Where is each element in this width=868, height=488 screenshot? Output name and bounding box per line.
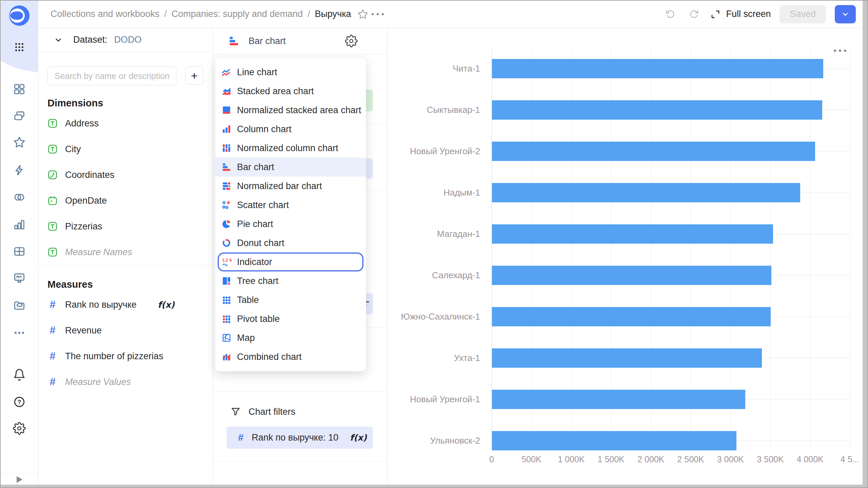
menu-item-normalized-bar-chart[interactable]: Normalized bar chart xyxy=(215,177,366,196)
field-city[interactable]: City xyxy=(47,136,203,162)
menu-item-tree-chart[interactable]: Tree chart xyxy=(215,271,366,290)
field-pizzerias[interactable]: Pizzerias xyxy=(47,214,203,239)
breadcrumb-collections[interactable]: Collections and workbooks xyxy=(51,9,159,19)
number-field-icon: # xyxy=(238,432,243,443)
category-label: Новый Уренгой-1 xyxy=(388,393,480,405)
undo-icon[interactable] xyxy=(663,7,678,22)
menu-item-scatter-chart[interactable]: Scatter chart xyxy=(215,196,366,215)
bar-чита-1[interactable] xyxy=(492,59,823,78)
sidebar-item-help[interactable]: ? xyxy=(12,394,27,409)
sidebar-item-lightning[interactable] xyxy=(12,163,27,178)
bar-салехард-1[interactable] xyxy=(492,266,771,285)
normalized-column-chart-icon xyxy=(221,143,232,153)
x-axis-tick-label: 3 500K xyxy=(750,454,791,464)
bar-новый-уренгой-2[interactable] xyxy=(492,142,815,161)
nine-dots-icon xyxy=(14,42,24,52)
sidebar-item-cloud-folder[interactable] xyxy=(12,298,27,312)
expand-icon xyxy=(710,9,721,19)
sidebar-item-grid-squares[interactable] xyxy=(12,82,27,97)
dataset-header: Dataset: DODO xyxy=(38,28,213,52)
sidebar-item-venn-circles[interactable] xyxy=(12,190,27,205)
sidebar-item-gear[interactable] xyxy=(12,421,27,436)
x-axis-tick-label: 2 000K xyxy=(631,454,671,464)
field-search-input[interactable] xyxy=(47,66,176,85)
normalized-bar-chart-icon xyxy=(221,181,232,191)
field-label: Address xyxy=(65,118,99,129)
filter-chip-rank[interactable]: # Rank по выручке: 10 f(x) xyxy=(226,427,373,449)
chart-area: 0500K1 000K1 500K2 000K2 500K3 000K3 500… xyxy=(388,28,863,485)
field-label: Measure Values xyxy=(65,377,131,387)
field-label: Rank по выручке xyxy=(65,300,137,310)
sidebar-item-star[interactable] xyxy=(12,135,27,150)
menu-item-combined-chart[interactable]: Combined chart xyxy=(215,347,366,366)
field-opendate[interactable]: OpenDate xyxy=(47,188,203,214)
bar-надым-1[interactable] xyxy=(492,183,800,202)
menu-item-label: Normalized stacked area chart xyxy=(237,105,361,116)
bar-южно-сахалинск-1[interactable] xyxy=(492,307,771,326)
menu-item-normalized-column-chart[interactable]: Normalized column chart xyxy=(215,139,366,158)
field-measure-names[interactable]: Measure Names xyxy=(47,239,203,265)
datalens-logo-icon[interactable] xyxy=(8,5,30,26)
bar-ухта-1[interactable] xyxy=(492,348,762,368)
chart-filters-header: Chart filters xyxy=(230,406,295,417)
fullscreen-button[interactable]: Full screen xyxy=(710,9,771,19)
formula-badge: f(x) xyxy=(158,300,175,310)
bar-новый-уренгой-1[interactable] xyxy=(492,390,745,409)
save-dropdown-button[interactable] xyxy=(835,5,856,23)
category-label: Южно-Сахалинск-1 xyxy=(388,311,480,322)
number-field-icon: # xyxy=(47,376,58,388)
field-rank-по-выручке[interactable]: #Rank по выручкеf(x) xyxy=(47,292,203,318)
sidebar-item-bell[interactable] xyxy=(12,367,27,382)
menu-item-normalized-stacked-area-chart[interactable]: Normalized stacked area chart xyxy=(215,101,366,120)
breadcrumb-separator: / xyxy=(164,9,167,19)
menu-item-pivot-table[interactable]: Pivot table xyxy=(215,309,366,328)
sidebar-item-table-grid[interactable] xyxy=(12,244,27,259)
field-measure-values[interactable]: #Measure Values xyxy=(47,369,203,395)
sidebar-item-monitor-pulse[interactable] xyxy=(12,270,27,285)
expand-play-icon[interactable] xyxy=(17,476,22,483)
dataset-collapse-chevron-icon[interactable] xyxy=(54,35,63,45)
map-icon xyxy=(221,333,232,343)
bar-сыктывкар-1[interactable] xyxy=(492,100,822,120)
category-label: Сыктывкар-1 xyxy=(388,104,480,116)
sidebar-item-more-dots[interactable] xyxy=(12,325,27,340)
breadcrumb-workbook[interactable]: Companies: supply and demand xyxy=(172,9,303,19)
apps-grid-icon[interactable] xyxy=(12,40,27,55)
menu-item-indicator[interactable]: 1.2 MIndicator xyxy=(218,252,363,271)
redo-icon[interactable] xyxy=(687,7,702,22)
field-coordinates[interactable]: Coordinates xyxy=(47,162,203,188)
menu-item-bar-chart[interactable]: Bar chart xyxy=(215,158,366,177)
number-field-icon: # xyxy=(47,350,58,362)
saved-button[interactable]: Saved xyxy=(780,5,826,23)
favorite-star-icon[interactable] xyxy=(355,7,370,22)
sidebar-item-folders[interactable] xyxy=(12,108,27,123)
menu-item-line-chart[interactable]: Line chart xyxy=(215,63,366,82)
category-label: Ульяновск-2 xyxy=(388,435,480,446)
menu-item-pie-chart[interactable]: Pie chart xyxy=(215,215,366,233)
field-revenue[interactable]: #Revenue xyxy=(47,318,203,343)
pivot-table-icon xyxy=(221,314,232,324)
menu-item-map[interactable]: Map xyxy=(215,328,366,347)
bar-магадан-1[interactable] xyxy=(492,224,773,244)
menu-item-column-chart[interactable]: Column chart xyxy=(215,120,366,139)
chart-type-selector[interactable]: Bar chart xyxy=(213,28,387,55)
chart-menu-icon[interactable] xyxy=(831,45,849,56)
field-text-icon xyxy=(47,118,58,128)
sidebar-item-bars-chart[interactable] xyxy=(12,217,27,232)
menu-item-table[interactable]: Table xyxy=(215,290,366,309)
breadcrumb-more-icon[interactable] xyxy=(370,7,385,22)
dataset-panel: Dataset: DODO + Dimensions AddressCityCo… xyxy=(38,28,213,485)
breadcrumb-chart-name: Выручка xyxy=(315,9,351,19)
add-field-button[interactable]: + xyxy=(185,66,203,85)
field-the-number-of-pizzerias[interactable]: #The number of pizzerias xyxy=(47,343,203,369)
bar-ульяновск-2[interactable] xyxy=(492,431,736,450)
menu-item-stacked-area-chart[interactable]: Stacked area chart xyxy=(215,82,366,101)
field-label: City xyxy=(65,144,81,155)
menu-item-label: Bar chart xyxy=(237,162,274,172)
menu-item-donut-chart[interactable]: Donut chart xyxy=(215,233,366,252)
field-address[interactable]: Address xyxy=(47,110,203,136)
chart-settings-gear-icon[interactable] xyxy=(344,34,359,48)
dimensions-title: Dimensions xyxy=(47,98,203,108)
dataset-name-link[interactable]: DODO xyxy=(114,35,142,45)
stacked-area-chart-icon xyxy=(221,86,232,96)
